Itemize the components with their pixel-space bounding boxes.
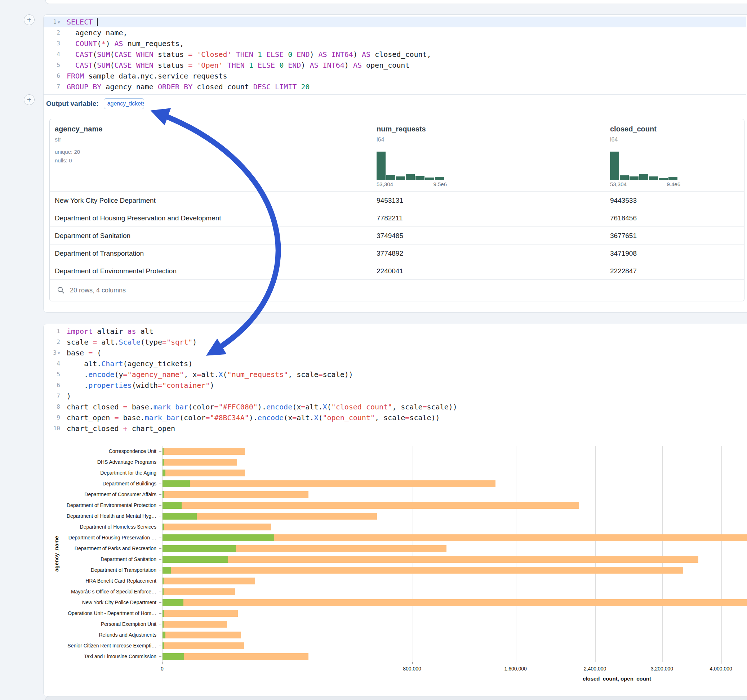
- y-axis-tick: [159, 570, 162, 570]
- plus-icon: +: [27, 15, 31, 24]
- histogram-bar: [668, 177, 677, 180]
- bar-open-count: [163, 534, 274, 541]
- y-axis-tick: [159, 591, 162, 592]
- table-row-count: 20 rows, 4 columns: [70, 287, 126, 294]
- code-line[interactable]: 8chart_closed = base.mark_bar(color="#FF…: [44, 401, 746, 412]
- code-line[interactable]: 3 COUNT(*) AS num_requests,: [44, 38, 746, 49]
- x-axis-tick-label: 2,400,000: [566, 666, 624, 671]
- line-number: 1∨: [44, 17, 64, 27]
- code-line[interactable]: 1∨SELECT: [44, 17, 746, 27]
- bar-open-count: [163, 567, 171, 573]
- code-line[interactable]: 4 alt.Chart(agency_tickets): [44, 358, 746, 369]
- code-line[interactable]: 5 CAST(SUM(CASE WHEN status = 'Open' THE…: [44, 60, 746, 71]
- column-dtype: i64: [377, 136, 384, 143]
- code-text: CAST(SUM(CASE WHEN status = 'Closed' THE…: [64, 49, 431, 60]
- code-line[interactable]: 6 .properties(width="container"): [44, 380, 746, 391]
- next-cell-edge: [45, 696, 747, 700]
- output-variable-label: Output variable:: [46, 100, 99, 108]
- y-axis-tick: [159, 462, 162, 462]
- code-text: agency_name,: [64, 27, 127, 38]
- line-number: 2: [44, 27, 64, 38]
- y-axis-tick: [159, 581, 162, 581]
- table-header: agency_namestrunique: 20nulls: 0num_requ…: [50, 119, 744, 191]
- add-cell-button-middle[interactable]: +: [24, 94, 35, 105]
- column-header[interactable]: closed_count: [610, 125, 656, 133]
- y-axis-tick: [159, 451, 162, 451]
- histogram-bar: [435, 177, 444, 180]
- histogram: [377, 151, 447, 180]
- code-text: chart_open = base.mark_bar(color="#8BC34…: [64, 412, 440, 423]
- line-number: 3∨: [44, 347, 64, 358]
- code-line[interactable]: 10chart_closed + chart_open: [44, 423, 746, 434]
- code-line[interactable]: 3∨base = (: [44, 347, 746, 358]
- table-row[interactable]: New York City Police Department945313194…: [50, 191, 744, 209]
- code-line[interactable]: 6FROM sample_data.nyc.service_requests: [44, 71, 746, 81]
- table-cell: 9453131: [377, 192, 403, 209]
- code-line[interactable]: 9chart_open = base.mark_bar(color="#8BC3…: [44, 412, 746, 423]
- bar-closed-count: [163, 632, 241, 638]
- table-row[interactable]: Department of Sanitation37494853677651: [50, 226, 744, 244]
- y-axis-title: agency_name: [53, 489, 60, 619]
- bar-closed-count: [163, 567, 683, 573]
- plus-icon: +: [27, 95, 31, 104]
- y-axis-tick: [159, 538, 162, 538]
- text-cursor: [97, 18, 98, 26]
- table-cell: Department of Environmental Protection: [55, 262, 177, 280]
- line-number: 4: [44, 358, 64, 369]
- y-axis-tick: [159, 505, 162, 505]
- table-row[interactable]: Department of Transportation377489234719…: [50, 244, 744, 262]
- code-line[interactable]: 5 .encode(y="agency_name", x=alt.X("num_…: [44, 369, 746, 380]
- histogram-bar: [377, 152, 386, 180]
- python-editor[interactable]: 1import altair as alt2scale = alt.Scale(…: [44, 326, 746, 434]
- line-number: 1: [44, 326, 64, 337]
- y-axis-tick: [159, 516, 162, 516]
- y-axis-label: DHS Advantage Programs: [36, 459, 156, 466]
- bar-closed-count: [163, 556, 699, 563]
- code-line[interactable]: 1import altair as alt: [44, 326, 746, 337]
- histogram-bar: [610, 152, 619, 180]
- line-number: 7: [44, 391, 64, 401]
- line-number: 9: [44, 412, 64, 423]
- table-cell: Department of Transportation: [55, 244, 144, 262]
- table-body: New York City Police Department945313194…: [50, 191, 744, 279]
- y-axis-label: Personal Exemption Unit: [36, 620, 156, 628]
- column-header[interactable]: num_requests: [377, 125, 426, 133]
- y-axis-label: Correspondence Unit: [36, 448, 156, 455]
- bar-open-count: [163, 469, 165, 477]
- line-number: 8: [44, 401, 64, 412]
- add-cell-button-top[interactable]: +: [24, 14, 35, 25]
- search-icon[interactable]: [57, 286, 65, 294]
- table-cell: 7782211: [377, 209, 403, 227]
- code-line[interactable]: 4 CAST(SUM(CASE WHEN status = 'Closed' T…: [44, 49, 746, 60]
- column-header[interactable]: agency_name: [55, 125, 102, 133]
- y-axis-tick: [159, 613, 162, 614]
- chart-plot-area[interactable]: [162, 446, 747, 662]
- code-line[interactable]: 2scale = alt.Scale(type="sqrt"): [44, 337, 746, 347]
- x-axis-tick-label: 4,000,000: [692, 666, 747, 671]
- y-axis-tick: [159, 624, 162, 625]
- gridline: [721, 446, 722, 662]
- code-line[interactable]: 7GROUP BY agency_name ORDER BY closed_co…: [44, 81, 746, 92]
- sql-editor[interactable]: 1∨SELECT 2 agency_name,3 COUNT(*) AS num…: [44, 17, 746, 92]
- bar-open-count: [163, 610, 164, 617]
- table-cell: New York City Police Department: [55, 192, 156, 209]
- table-row[interactable]: Department of Housing Preservation and D…: [50, 209, 744, 227]
- code-line[interactable]: 2 agency_name,: [44, 27, 746, 38]
- table-row[interactable]: Department of Environmental Protection22…: [50, 262, 744, 280]
- code-text: chart_closed + chart_open: [64, 423, 175, 434]
- fold-chevron-icon[interactable]: ∨: [57, 347, 60, 358]
- y-axis-tick: [159, 559, 162, 560]
- line-number: 4: [44, 49, 64, 60]
- table-cell: 2222847: [610, 262, 637, 280]
- histogram-bar: [620, 175, 629, 180]
- histogram-bar: [396, 177, 405, 180]
- x-axis-tick-label: 0: [133, 666, 191, 671]
- code-text: .encode(y="agency_name", x=alt.X("num_re…: [64, 369, 353, 380]
- bar-closed-count: [163, 578, 255, 584]
- output-variable-chip[interactable]: agency_tickets: [104, 98, 144, 109]
- code-line[interactable]: 7): [44, 391, 746, 401]
- fold-chevron-icon[interactable]: ∨: [57, 17, 60, 27]
- bar-closed-count: [163, 448, 245, 455]
- column-dtype: str: [55, 136, 61, 143]
- bar-open-count: [163, 459, 164, 466]
